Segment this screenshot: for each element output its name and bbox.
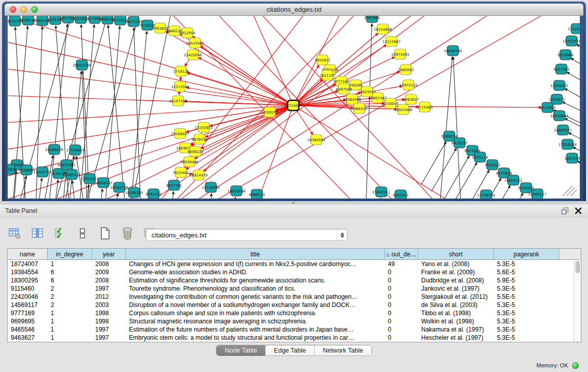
graph-node[interactable]: 9361292: [145, 189, 161, 199]
table-cell[interactable]: 1: [48, 334, 92, 342]
table-cell[interactable]: Genome-wide association studies in ADHD.: [126, 268, 385, 276]
table-cell[interactable]: Estimation of significance thresholds fo…: [126, 276, 385, 285]
table-cell[interactable]: 1998: [92, 317, 126, 325]
graph-node[interactable]: 19384554: [307, 135, 325, 145]
table-cell[interactable]: Jankovic et al. (1997): [418, 285, 494, 293]
table-cell[interactable]: 22420046: [8, 293, 48, 301]
table-cell[interactable]: 2012: [92, 293, 126, 301]
graph-node[interactable]: 2718126: [173, 66, 189, 76]
graph-node[interactable]: 6497568: [336, 84, 352, 94]
table-cell[interactable]: 18300295: [8, 276, 48, 285]
graph-node[interactable]: 9498222: [187, 146, 203, 157]
table-cell[interactable]: 0: [385, 276, 418, 285]
graph-node[interactable]: 12975115: [399, 80, 418, 90]
graph-node[interactable]: 1167533: [564, 153, 580, 163]
column-header-in_degree[interactable]: in_degree: [48, 249, 92, 260]
table-cell[interactable]: Tibbo et al. (1998): [418, 309, 494, 317]
table-cell[interactable]: Stergiakouli et al. (2012): [418, 293, 494, 301]
graph-node[interactable]: 7632621: [484, 160, 500, 170]
table-cell[interactable]: 9699695: [8, 317, 48, 325]
table-cell[interactable]: 0: [385, 334, 418, 342]
resize-grip-icon[interactable]: [567, 188, 575, 196]
graph-node[interactable]: 7463822: [152, 23, 168, 33]
table-cell[interactable]: 9463627: [8, 334, 48, 342]
table-cell[interactable]: Wolkin et al. (1998): [418, 317, 494, 325]
delete-table-icon[interactable]: [120, 226, 135, 241]
table-cell[interactable]: 0: [385, 317, 418, 325]
graph-node[interactable]: 19166827: [171, 128, 189, 139]
table-cell[interactable]: Investigating the contribution of common…: [126, 293, 385, 301]
column-header-name[interactable]: name: [8, 249, 48, 260]
table-cell[interactable]: 0: [385, 285, 418, 293]
column-header-year[interactable]: year: [92, 249, 126, 260]
table-cell[interactable]: Hescheler et al. (1997): [418, 334, 494, 342]
table-cell[interactable]: 2: [48, 293, 92, 301]
table-cell[interactable]: 9465546: [8, 325, 48, 334]
table-cell[interactable]: 1: [48, 309, 92, 317]
table-cell[interactable]: 2: [48, 285, 92, 293]
table-row[interactable]: 946362711997Embryonic stem cells: a mode…: [8, 334, 574, 342]
graph-node[interactable]: 9227343: [553, 64, 569, 74]
table-cell[interactable]: 2008: [92, 260, 126, 268]
table-cell[interactable]: de Silva et al. (2003): [418, 301, 494, 309]
graph-node[interactable]: 15716485: [202, 182, 220, 192]
graph-node[interactable]: 10025488: [394, 104, 412, 115]
graph-node[interactable]: 20206576: [45, 144, 63, 155]
table-cell[interactable]: 5.3E-5: [494, 334, 559, 342]
table-cell[interactable]: 6: [48, 276, 92, 285]
table-cell[interactable]: 19384554: [8, 268, 48, 276]
tab-network-table[interactable]: Network Table: [315, 345, 372, 356]
table-cell[interactable]: 5.6E-5: [494, 268, 559, 276]
graph-node[interactable]: 9463627: [403, 94, 419, 104]
graph-node[interactable]: 20053346: [73, 60, 91, 70]
graph-node[interactable]: 9245051: [393, 190, 408, 199]
table-vertical-scrollbar[interactable]: [574, 260, 581, 342]
column-header-short[interactable]: short: [418, 249, 494, 260]
table-cell[interactable]: 9115460: [8, 285, 48, 293]
network-canvas[interactable]: 1872400790557342769140276914061055328105…: [8, 16, 580, 199]
float-panel-icon[interactable]: [560, 206, 570, 215]
table-cell[interactable]: 5.3E-5: [494, 309, 559, 317]
graph-node[interactable]: 9115460: [417, 102, 432, 112]
column-header-out_de…[interactable]: △out_de…: [385, 249, 418, 260]
table-cell[interactable]: 1: [48, 260, 92, 268]
graph-node[interactable]: 1244413: [549, 94, 564, 104]
table-cell[interactable]: Structural magnetic resonance image aver…: [126, 317, 385, 325]
table-row[interactable]: 1830029562008Estimation of significance …: [8, 276, 574, 285]
table-cell[interactable]: 5.3E-5: [494, 317, 559, 325]
column-header-pagerank[interactable]: pagerank: [494, 249, 559, 260]
table-cell[interactable]: Nakamura et al. (1997): [418, 325, 494, 334]
table-cell[interactable]: Dudbridge et al. (2008): [418, 276, 494, 285]
resize-grip-icon[interactable]: [562, 186, 573, 196]
table-cell[interactable]: Embryonic stem cells: a model to study s…: [126, 334, 385, 342]
table-cell[interactable]: 0: [385, 309, 418, 317]
table-cell[interactable]: 6: [48, 268, 92, 276]
citation-network-graph[interactable]: 1872400790557342769140276914061055328105…: [8, 16, 580, 199]
column-visibility-icon[interactable]: [30, 226, 45, 241]
graph-node[interactable]: 6479197: [451, 138, 467, 148]
table-cell[interactable]: Franke et al. (2009): [418, 268, 494, 276]
graph-node[interactable]: 7485063: [398, 64, 413, 75]
close-panel-icon[interactable]: [574, 206, 583, 215]
table-cell[interactable]: Yano et al. (2008): [418, 260, 494, 268]
graph-node[interactable]: 7955812: [314, 55, 330, 65]
table-row[interactable]: 1872400712008Changes of HCN gene express…: [8, 260, 574, 268]
graph-node[interactable]: 7986372: [351, 103, 367, 114]
scrollbar-thumb[interactable]: [575, 261, 580, 273]
table-row[interactable]: 1938455462009Genome-wide association stu…: [8, 268, 574, 276]
table-row[interactable]: 911546021997Tourette syndrome. Phenomeno…: [8, 285, 574, 293]
table-selector-dropdown[interactable]: citations_edges.txt: [146, 229, 347, 241]
table-cell[interactable]: 5.3E-5: [494, 260, 559, 268]
table-cell[interactable]: 5.3E-5: [494, 301, 559, 309]
graph-node[interactable]: 16648794: [444, 46, 462, 56]
table-cell[interactable]: 14569117: [8, 301, 48, 309]
table-cell[interactable]: 18724007: [8, 260, 48, 268]
select-rows-icon[interactable]: [52, 226, 68, 241]
table-cell[interactable]: 2: [48, 301, 92, 309]
panel-splitter[interactable]: [0, 201, 588, 205]
graph-node[interactable]: 10973493: [391, 49, 409, 59]
graph-node[interactable]: 15042511: [372, 187, 390, 197]
tab-edge-table[interactable]: Edge Table: [266, 345, 314, 356]
graph-node[interactable]: 8990123: [249, 189, 265, 199]
table-cell[interactable]: Disruption of a novel member of a sodium…: [126, 301, 385, 309]
